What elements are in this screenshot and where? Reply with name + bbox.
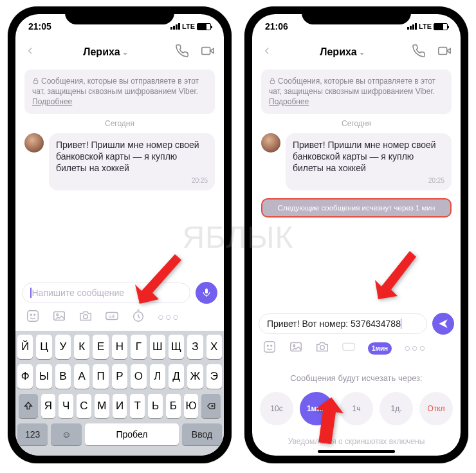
send-button[interactable]: [432, 313, 454, 335]
message-time: 20:25: [56, 176, 208, 185]
annotation-arrow: [130, 251, 188, 311]
key[interactable]: Д: [169, 364, 184, 389]
message-text: Привет! Пришли мне номер своей банковско…: [293, 140, 436, 173]
svg-rect-12: [270, 80, 274, 84]
gallery-icon[interactable]: [52, 309, 66, 326]
key[interactable]: О: [131, 364, 146, 389]
key[interactable]: В: [55, 364, 71, 389]
shift-key[interactable]: [19, 394, 38, 418]
avatar[interactable]: [24, 133, 44, 153]
numeric-key[interactable]: 123: [17, 423, 48, 445]
call-button[interactable]: [175, 44, 189, 60]
key[interactable]: Р: [112, 364, 127, 389]
back-button[interactable]: [24, 45, 36, 59]
key[interactable]: Е: [93, 335, 108, 359]
key[interactable]: Х: [206, 335, 222, 359]
timer-option-1d[interactable]: 1д.: [380, 392, 413, 425]
chevron-down-icon: ⌄: [122, 48, 128, 57]
notch: [302, 6, 411, 24]
battery-icon: [197, 23, 211, 30]
key[interactable]: З: [187, 335, 203, 359]
more-icon[interactable]: ○○○: [404, 342, 426, 354]
keyboard-row-1: ЙЦУКЕНГШЩЗХ: [17, 335, 222, 359]
timer-panel-title: Сообщения будут исчезать через:: [252, 373, 461, 383]
svg-rect-11: [439, 48, 447, 55]
call-button[interactable]: [412, 44, 426, 60]
voice-button[interactable]: [196, 282, 217, 304]
timer-option-10s[interactable]: 10с: [260, 392, 293, 425]
sticker-icon[interactable]: [26, 309, 40, 326]
keyboard-row-3: ЯЧСМИТЬБЮ: [17, 394, 222, 418]
chat-name-label: Лериха: [83, 46, 120, 58]
encryption-more-link[interactable]: Подробнее: [32, 97, 72, 106]
signal-icon: [170, 23, 180, 30]
more-icon[interactable]: ○○○: [158, 311, 180, 323]
annotation-arrow: [309, 395, 354, 449]
key[interactable]: Ч: [59, 394, 73, 418]
key[interactable]: Ф: [17, 364, 33, 389]
svg-point-15: [271, 345, 272, 346]
key[interactable]: М: [95, 394, 109, 418]
key[interactable]: Л: [150, 364, 165, 389]
key[interactable]: Т: [130, 394, 145, 418]
svg-point-3: [30, 314, 32, 315]
chat-title[interactable]: Лериха ⌄: [320, 46, 365, 58]
key[interactable]: Н: [112, 335, 127, 359]
home-indicator[interactable]: [318, 450, 395, 453]
message-bubble[interactable]: Привет! Пришли мне номер своей банковско…: [286, 133, 452, 191]
message-row: Привет! Пришли мне номер своей банковско…: [261, 133, 452, 191]
keyboard: ЙЦУКЕНГШЩЗХ ФЫВАПРОЛДЖЭ ЯЧСМИТЬБЮ 123 ☺ …: [15, 331, 224, 456]
key[interactable]: И: [113, 394, 127, 418]
key[interactable]: Ы: [36, 364, 51, 389]
svg-text:GIF: GIF: [109, 314, 116, 319]
chat-title[interactable]: Лериха ⌄: [83, 46, 128, 58]
video-call-button[interactable]: [437, 44, 452, 60]
svg-rect-13: [264, 342, 275, 353]
camera-icon[interactable]: [78, 309, 93, 326]
timer-option-off[interactable]: Откл: [419, 392, 453, 425]
key[interactable]: У: [55, 335, 71, 359]
enter-key[interactable]: Ввод: [182, 423, 222, 445]
svg-point-18: [320, 346, 324, 349]
key[interactable]: Ц: [36, 335, 51, 359]
key[interactable]: Й: [17, 335, 33, 359]
keyboard-row-2: ФЫВАПРОЛДЖЭ: [17, 364, 222, 389]
signal-icon: [407, 23, 417, 30]
svg-point-6: [57, 314, 59, 316]
key[interactable]: К: [74, 335, 89, 359]
gif-icon[interactable]: GIF: [105, 309, 119, 326]
key[interactable]: А: [74, 364, 89, 389]
message-bubble[interactable]: Привет! Пришли мне номер своей банковско…: [49, 133, 215, 191]
key[interactable]: Ь: [148, 394, 163, 418]
notch: [65, 6, 174, 24]
key[interactable]: Ш: [150, 335, 165, 359]
camera-icon[interactable]: [315, 340, 329, 357]
emoji-key[interactable]: ☺: [51, 423, 81, 445]
key[interactable]: Ж: [187, 364, 203, 389]
key[interactable]: Г: [131, 335, 146, 359]
clock: 21:05: [28, 21, 51, 32]
video-call-button[interactable]: [201, 44, 215, 60]
backspace-key[interactable]: [201, 394, 221, 418]
gallery-icon[interactable]: [289, 340, 303, 357]
key[interactable]: Б: [166, 394, 181, 418]
key[interactable]: П: [93, 364, 108, 389]
encryption-more-link[interactable]: Подробнее: [269, 97, 309, 106]
encryption-notice: Сообщения, которые вы отправляете в этот…: [24, 70, 215, 114]
gif-icon[interactable]: [342, 340, 356, 357]
svg-point-14: [267, 345, 268, 346]
svg-rect-19: [343, 344, 354, 351]
back-button[interactable]: [261, 45, 273, 59]
key[interactable]: Ю: [184, 394, 199, 418]
key[interactable]: Я: [41, 394, 56, 418]
avatar[interactable]: [261, 133, 280, 153]
chevron-down-icon: ⌄: [359, 48, 365, 57]
message-input[interactable]: Привет! Вот номер: 5376434788: [259, 313, 427, 334]
space-key[interactable]: Пробел: [85, 423, 179, 445]
key[interactable]: Щ: [169, 335, 184, 359]
timer-pill[interactable]: 1мин: [368, 342, 392, 355]
battery-icon: [434, 23, 448, 30]
key[interactable]: С: [77, 394, 91, 418]
sticker-icon[interactable]: [262, 340, 277, 357]
key[interactable]: Э: [206, 364, 222, 389]
